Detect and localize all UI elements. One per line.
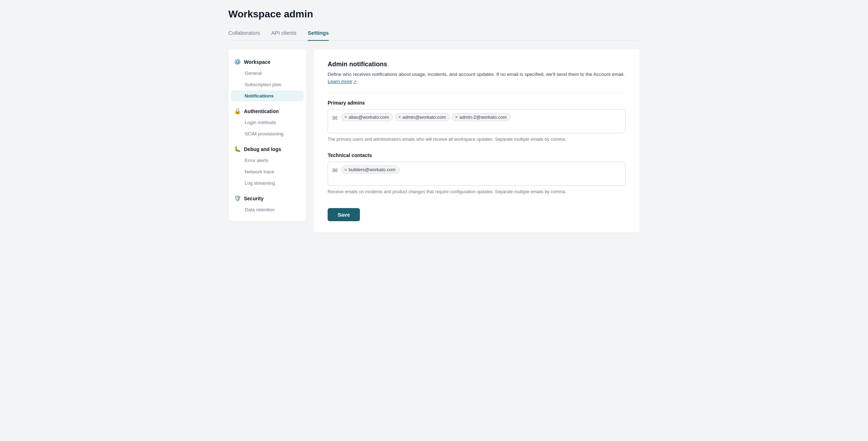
page-title: Workspace admin [228,9,640,20]
tab-api-clients[interactable]: API clients [271,27,296,41]
sidebar-item-log-streaming[interactable]: Log streaming [231,178,304,189]
section-title: Admin notifications [328,61,625,68]
tabs-bar: Collaborators API clients Settings [228,27,640,41]
technical-contacts-label: Technical contacts [328,152,625,158]
remove-builders-button[interactable]: × [344,167,347,172]
primary-admins-label: Primary admins [328,100,625,106]
primary-admins-group: Primary admins ✉ × alias@workato.com × a… [328,100,625,143]
divider [328,93,625,93]
save-button[interactable]: Save [328,208,360,221]
sidebar-item-subscription-plan[interactable]: Subscription plan [231,79,304,90]
remove-admin2-button[interactable]: × [455,115,458,119]
primary-admins-tags: × alias@workato.com × admin@workato.com … [341,113,621,121]
primary-admins-input[interactable]: ✉ × alias@workato.com × admin@workato.co… [328,109,625,133]
sidebar-item-general[interactable]: General [231,68,304,79]
email-tag-alias: × alias@workato.com [341,113,393,121]
tab-collaborators[interactable]: Collaborators [228,27,260,41]
sidebar-item-login-methods[interactable]: Login methods [231,117,304,128]
sidebar-section-security: 🛡️ Security [228,191,306,204]
sidebar-section-workspace: ⚙️ Workspace [228,55,306,67]
security-icon: 🛡️ [234,195,241,202]
primary-admins-hint: The primary users and administrators ema… [328,136,625,143]
sidebar-section-authentication: 🔒 Authentication [228,104,306,117]
sidebar-item-network-trace[interactable]: Network trace [231,166,304,177]
email-tag-builders: × builders@workato.com [341,166,400,174]
sidebar-item-notifications[interactable]: Notifications [231,90,304,101]
tab-settings[interactable]: Settings [308,27,329,41]
remove-admin-button[interactable]: × [398,115,401,119]
debug-icon: 🐛 [234,146,241,152]
technical-contacts-tags: × builders@workato.com [341,166,621,174]
authentication-icon: 🔒 [234,108,241,115]
sidebar-item-error-alerts[interactable]: Error alerts [231,155,304,166]
sidebar-item-scim-provisioning[interactable]: SCIM provisioning [231,128,304,139]
technical-contacts-group: Technical contacts ✉ × builders@workato.… [328,152,625,195]
main-panel: Admin notifications Define who receives … [313,49,640,233]
sidebar: ⚙️ Workspace General Subscription plan N… [228,49,306,221]
technical-contacts-input[interactable]: ✉ × builders@workato.com [328,162,625,186]
learn-more-link[interactable]: Learn more [328,78,356,85]
content-area: ⚙️ Workspace General Subscription plan N… [228,49,640,233]
remove-alias-button[interactable]: × [344,115,347,119]
section-desc: Define who receives notifications about … [328,71,625,85]
email-icon-technical: ✉ [332,167,338,174]
technical-contacts-hint: Receive emails on incidents and product … [328,189,625,195]
sidebar-section-debug-logs: 🐛 Debug and logs [228,142,306,155]
email-tag-admin2: × admin-2@workato.com [452,113,511,121]
email-icon-primary: ✉ [332,114,338,122]
email-tag-admin: × admin@workato.com [395,113,450,121]
workspace-icon: ⚙️ [234,58,241,65]
sidebar-item-data-retention[interactable]: Data retention [231,204,304,215]
